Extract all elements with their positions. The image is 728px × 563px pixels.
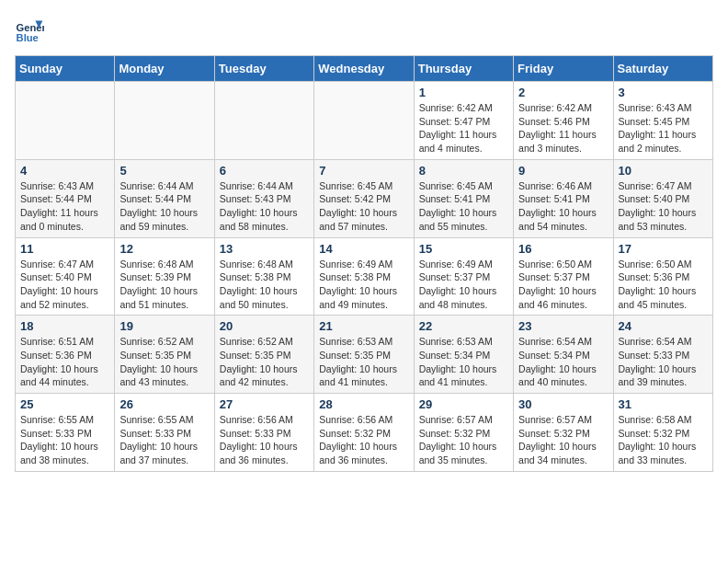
day-info: Sunrise: 6:46 AM Sunset: 5:41 PM Dayligh… bbox=[518, 179, 608, 234]
calendar-cell: 12Sunrise: 6:48 AM Sunset: 5:39 PM Dayli… bbox=[115, 237, 214, 316]
day-number: 19 bbox=[119, 319, 209, 333]
calendar-cell: 19Sunrise: 6:52 AM Sunset: 5:35 PM Dayli… bbox=[115, 316, 214, 394]
weekday-header: Friday bbox=[514, 56, 613, 82]
day-info: Sunrise: 6:54 AM Sunset: 5:34 PM Dayligh… bbox=[518, 335, 608, 389]
day-number: 4 bbox=[20, 164, 109, 178]
calendar-cell: 23Sunrise: 6:54 AM Sunset: 5:34 PM Dayli… bbox=[514, 316, 613, 394]
calendar-cell: 14Sunrise: 6:49 AM Sunset: 5:38 PM Dayli… bbox=[314, 237, 414, 316]
calendar-week: 11Sunrise: 6:47 AM Sunset: 5:40 PM Dayli… bbox=[16, 237, 713, 316]
calendar-table: SundayMondayTuesdayWednesdayThursdayFrid… bbox=[15, 55, 713, 472]
calendar-cell: 13Sunrise: 6:48 AM Sunset: 5:38 PM Dayli… bbox=[214, 237, 313, 316]
day-info: Sunrise: 6:45 AM Sunset: 5:42 PM Dayligh… bbox=[319, 179, 408, 234]
day-info: Sunrise: 6:42 AM Sunset: 5:47 PM Dayligh… bbox=[419, 101, 508, 155]
calendar-cell: 6Sunrise: 6:44 AM Sunset: 5:43 PM Daylig… bbox=[214, 159, 313, 237]
day-info: Sunrise: 6:48 AM Sunset: 5:38 PM Dayligh… bbox=[220, 258, 309, 312]
day-info: Sunrise: 6:55 AM Sunset: 5:33 PM Dayligh… bbox=[20, 413, 109, 467]
calendar-cell bbox=[314, 82, 414, 160]
calendar-cell: 8Sunrise: 6:45 AM Sunset: 5:41 PM Daylig… bbox=[414, 159, 513, 237]
day-info: Sunrise: 6:57 AM Sunset: 5:32 PM Dayligh… bbox=[419, 413, 508, 467]
day-info: Sunrise: 6:44 AM Sunset: 5:43 PM Dayligh… bbox=[220, 179, 309, 234]
day-number: 20 bbox=[220, 319, 309, 333]
day-info: Sunrise: 6:51 AM Sunset: 5:36 PM Dayligh… bbox=[20, 335, 109, 389]
calendar-cell: 11Sunrise: 6:47 AM Sunset: 5:40 PM Dayli… bbox=[16, 237, 115, 316]
day-info: Sunrise: 6:42 AM Sunset: 5:46 PM Dayligh… bbox=[518, 101, 608, 155]
calendar-week: 25Sunrise: 6:55 AM Sunset: 5:33 PM Dayli… bbox=[16, 394, 713, 472]
calendar-cell bbox=[214, 82, 313, 160]
weekday-header: Wednesday bbox=[314, 56, 414, 82]
weekday-header: Tuesday bbox=[214, 56, 313, 82]
day-number: 21 bbox=[319, 319, 408, 333]
calendar-cell: 22Sunrise: 6:53 AM Sunset: 5:34 PM Dayli… bbox=[414, 316, 513, 394]
day-info: Sunrise: 6:50 AM Sunset: 5:37 PM Dayligh… bbox=[518, 258, 608, 312]
day-info: Sunrise: 6:47 AM Sunset: 5:40 PM Dayligh… bbox=[20, 258, 109, 312]
day-info: Sunrise: 6:52 AM Sunset: 5:35 PM Dayligh… bbox=[220, 335, 309, 389]
day-info: Sunrise: 6:58 AM Sunset: 5:32 PM Dayligh… bbox=[619, 413, 708, 467]
day-number: 15 bbox=[419, 242, 508, 256]
day-info: Sunrise: 6:45 AM Sunset: 5:41 PM Dayligh… bbox=[419, 179, 508, 234]
day-info: Sunrise: 6:47 AM Sunset: 5:40 PM Dayligh… bbox=[619, 179, 708, 234]
calendar-cell: 31Sunrise: 6:58 AM Sunset: 5:32 PM Dayli… bbox=[613, 394, 712, 472]
day-number: 30 bbox=[518, 397, 608, 411]
calendar-week: 1Sunrise: 6:42 AM Sunset: 5:47 PM Daylig… bbox=[16, 82, 713, 160]
day-number: 16 bbox=[518, 242, 608, 256]
day-number: 27 bbox=[220, 397, 309, 411]
calendar-cell: 28Sunrise: 6:56 AM Sunset: 5:32 PM Dayli… bbox=[314, 394, 414, 472]
calendar-week: 4Sunrise: 6:43 AM Sunset: 5:44 PM Daylig… bbox=[16, 159, 713, 237]
day-number: 8 bbox=[419, 164, 508, 178]
day-number: 1 bbox=[419, 86, 508, 99]
day-info: Sunrise: 6:56 AM Sunset: 5:33 PM Dayligh… bbox=[220, 413, 309, 467]
day-info: Sunrise: 6:49 AM Sunset: 5:38 PM Dayligh… bbox=[319, 258, 408, 312]
logo-icon: General Blue bbox=[15, 15, 44, 44]
day-number: 5 bbox=[119, 164, 209, 178]
calendar-cell: 15Sunrise: 6:49 AM Sunset: 5:37 PM Dayli… bbox=[414, 237, 513, 316]
day-number: 26 bbox=[119, 397, 209, 411]
calendar-cell: 17Sunrise: 6:50 AM Sunset: 5:36 PM Dayli… bbox=[613, 237, 712, 316]
calendar-cell bbox=[115, 82, 214, 160]
day-info: Sunrise: 6:53 AM Sunset: 5:35 PM Dayligh… bbox=[319, 335, 408, 389]
calendar-cell: 25Sunrise: 6:55 AM Sunset: 5:33 PM Dayli… bbox=[16, 394, 115, 472]
day-number: 18 bbox=[20, 319, 109, 333]
calendar-cell bbox=[16, 82, 115, 160]
day-number: 6 bbox=[220, 164, 309, 178]
day-number: 23 bbox=[518, 319, 608, 333]
day-info: Sunrise: 6:57 AM Sunset: 5:32 PM Dayligh… bbox=[518, 413, 608, 467]
logo: General Blue bbox=[15, 15, 48, 44]
day-number: 12 bbox=[119, 242, 209, 256]
day-info: Sunrise: 6:54 AM Sunset: 5:33 PM Dayligh… bbox=[619, 335, 708, 389]
calendar-cell: 9Sunrise: 6:46 AM Sunset: 5:41 PM Daylig… bbox=[514, 159, 613, 237]
day-info: Sunrise: 6:53 AM Sunset: 5:34 PM Dayligh… bbox=[419, 335, 508, 389]
calendar-cell: 20Sunrise: 6:52 AM Sunset: 5:35 PM Dayli… bbox=[214, 316, 313, 394]
day-number: 3 bbox=[619, 86, 708, 99]
calendar-cell: 1Sunrise: 6:42 AM Sunset: 5:47 PM Daylig… bbox=[414, 82, 513, 160]
calendar-cell: 10Sunrise: 6:47 AM Sunset: 5:40 PM Dayli… bbox=[613, 159, 712, 237]
day-info: Sunrise: 6:49 AM Sunset: 5:37 PM Dayligh… bbox=[419, 258, 508, 312]
day-info: Sunrise: 6:44 AM Sunset: 5:44 PM Dayligh… bbox=[119, 179, 209, 234]
day-info: Sunrise: 6:43 AM Sunset: 5:45 PM Dayligh… bbox=[619, 101, 708, 155]
day-number: 7 bbox=[319, 164, 408, 178]
day-number: 9 bbox=[518, 164, 608, 178]
day-info: Sunrise: 6:56 AM Sunset: 5:32 PM Dayligh… bbox=[319, 413, 408, 467]
day-number: 24 bbox=[619, 319, 708, 333]
day-number: 14 bbox=[319, 242, 408, 256]
calendar-cell: 16Sunrise: 6:50 AM Sunset: 5:37 PM Dayli… bbox=[514, 237, 613, 316]
weekday-header: Saturday bbox=[613, 56, 712, 82]
header: General Blue bbox=[15, 15, 713, 44]
calendar-cell: 21Sunrise: 6:53 AM Sunset: 5:35 PM Dayli… bbox=[314, 316, 414, 394]
day-number: 28 bbox=[319, 397, 408, 411]
calendar-cell: 18Sunrise: 6:51 AM Sunset: 5:36 PM Dayli… bbox=[16, 316, 115, 394]
calendar-cell: 5Sunrise: 6:44 AM Sunset: 5:44 PM Daylig… bbox=[115, 159, 214, 237]
day-info: Sunrise: 6:43 AM Sunset: 5:44 PM Dayligh… bbox=[20, 179, 109, 234]
day-info: Sunrise: 6:55 AM Sunset: 5:33 PM Dayligh… bbox=[119, 413, 209, 467]
day-info: Sunrise: 6:52 AM Sunset: 5:35 PM Dayligh… bbox=[119, 335, 209, 389]
calendar-cell: 26Sunrise: 6:55 AM Sunset: 5:33 PM Dayli… bbox=[115, 394, 214, 472]
day-info: Sunrise: 6:50 AM Sunset: 5:36 PM Dayligh… bbox=[619, 258, 708, 312]
day-number: 11 bbox=[20, 242, 109, 256]
day-number: 31 bbox=[619, 397, 708, 411]
calendar-week: 18Sunrise: 6:51 AM Sunset: 5:36 PM Dayli… bbox=[16, 316, 713, 394]
weekday-header: Monday bbox=[115, 56, 214, 82]
day-number: 25 bbox=[20, 397, 109, 411]
day-number: 10 bbox=[619, 164, 708, 178]
weekday-header: Sunday bbox=[16, 56, 115, 82]
calendar-cell: 30Sunrise: 6:57 AM Sunset: 5:32 PM Dayli… bbox=[514, 394, 613, 472]
day-number: 29 bbox=[419, 397, 508, 411]
